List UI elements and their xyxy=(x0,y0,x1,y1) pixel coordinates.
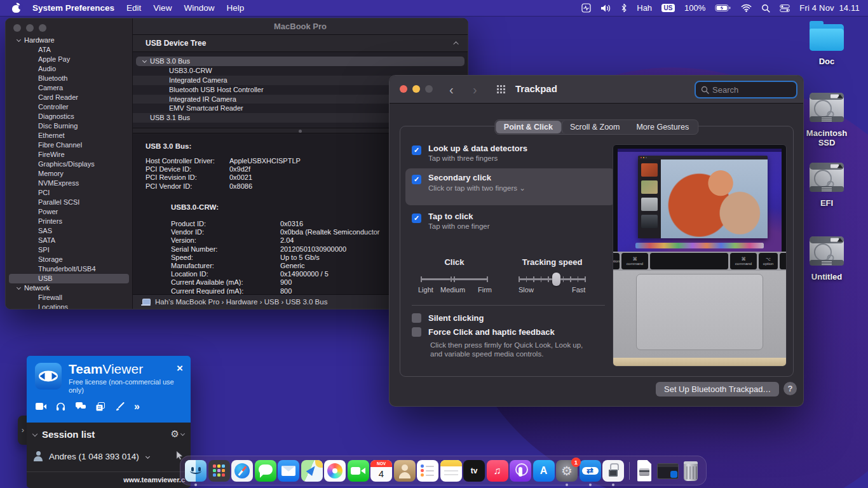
sidebar-item[interactable]: SATA xyxy=(6,236,132,245)
back-button[interactable]: ‹ xyxy=(449,83,454,97)
collapse-icon[interactable] xyxy=(453,41,458,46)
sidebar-item[interactable]: NVMExpress xyxy=(6,179,132,188)
gesture-option[interactable]: Look up & data detectors Tap with three … xyxy=(405,139,615,166)
close-button[interactable] xyxy=(400,85,407,93)
session-list-header[interactable]: Session list ⚙ xyxy=(27,423,191,445)
click-slider[interactable] xyxy=(421,278,488,280)
tab[interactable]: Point & Click xyxy=(496,121,561,133)
desktop-icon-macintosh-ssd[interactable]: Macintosh SSD xyxy=(797,91,857,148)
session-settings-gear[interactable]: ⚙ xyxy=(171,428,184,440)
sidebar-item[interactable]: USB xyxy=(9,274,129,283)
teamviewer-url[interactable]: www.teamviewer.c xyxy=(27,471,191,488)
search-field[interactable] xyxy=(695,81,797,98)
minimize-button[interactable] xyxy=(26,24,34,32)
headset-icon[interactable] xyxy=(55,402,66,411)
dock-item-music[interactable]: ♫ xyxy=(487,460,508,482)
desktop-icon-untitled[interactable]: Untitled xyxy=(797,234,857,282)
dock-item-maps[interactable] xyxy=(301,460,323,482)
sidebar-item[interactable]: Apple Pay xyxy=(6,55,132,64)
sidebar-item[interactable]: Ethernet xyxy=(6,131,132,140)
show-all-icon[interactable] xyxy=(496,85,506,95)
dock-item-system-information[interactable] xyxy=(602,460,624,482)
sidebar-item[interactable]: SPI xyxy=(6,245,132,255)
menubar-clock[interactable]: Fri 4 Nov 14.11 xyxy=(799,3,860,13)
dock-item-photos[interactable] xyxy=(324,460,346,482)
sidebar-item[interactable]: Bluetooth xyxy=(6,74,132,83)
desktop-icon-efi[interactable]: EFI xyxy=(797,161,857,208)
dock-item-notes[interactable] xyxy=(440,460,462,482)
section-header[interactable]: USB Device Tree xyxy=(133,35,468,52)
dock-item-launchpad[interactable] xyxy=(208,460,230,482)
control-center-icon[interactable] xyxy=(780,4,790,12)
trackpad-demo-video[interactable]: option ⌘command ⌘command ⌥option xyxy=(613,144,787,367)
tracking-slider-thumb[interactable] xyxy=(552,273,560,286)
sidebar-item[interactable]: Camera xyxy=(6,83,132,93)
sidebar-item[interactable]: FireWire xyxy=(6,150,132,159)
dock-item-facetime[interactable] xyxy=(348,460,369,482)
zoom-button[interactable] xyxy=(39,24,46,32)
setup-bluetooth-trackpad-button[interactable]: Set Up Bluetooth Trackpad… xyxy=(656,382,779,396)
dock-item-disk-image[interactable] xyxy=(634,460,655,482)
sidebar-item[interactable]: Card Reader xyxy=(6,93,132,102)
menu-item[interactable]: Window xyxy=(184,3,214,13)
sidebar-item[interactable]: Printers xyxy=(6,217,132,226)
whiteboard-brush-icon[interactable] xyxy=(114,402,125,411)
minimize-button[interactable] xyxy=(412,85,420,93)
sidebar-item[interactable]: ATA xyxy=(6,45,132,55)
sidebar-item[interactable]: Graphics/Displays xyxy=(6,159,132,169)
tracking-speed-slider[interactable] xyxy=(519,278,586,280)
chat-icon[interactable] xyxy=(75,402,86,411)
checkbox[interactable] xyxy=(412,146,421,155)
tree-row[interactable]: USB 3.0 Bus xyxy=(136,57,465,66)
gesture-option[interactable]: Secondary click Click or tap with two fi… xyxy=(405,168,615,205)
sidebar-item[interactable]: Power xyxy=(6,207,132,217)
dock-item-teamviewer[interactable]: ⇄ xyxy=(580,460,601,482)
dock-item-contacts[interactable] xyxy=(394,460,416,482)
spotlight-search-icon[interactable] xyxy=(761,4,770,13)
help-button[interactable]: ? xyxy=(783,382,797,395)
option-sublabel[interactable]: Tap with three fingers xyxy=(428,154,527,162)
more-actions-icon[interactable]: » xyxy=(134,402,140,411)
sidebar-item[interactable]: Parallel SCSI xyxy=(6,198,132,207)
teamviewer-status-icon[interactable] xyxy=(581,3,591,13)
dock-item-appstore[interactable]: A xyxy=(533,460,555,482)
input-source-badge[interactable]: US xyxy=(661,4,675,12)
sidebar-item[interactable]: Fibre Channel xyxy=(6,140,132,150)
dock-item-minimized-window[interactable] xyxy=(657,460,679,482)
search-input[interactable] xyxy=(712,85,782,95)
force-click-option[interactable]: Force Click and haptic feedback xyxy=(412,327,555,337)
sidebar-item[interactable]: Storage xyxy=(6,255,132,264)
file-transfer-icon[interactable] xyxy=(95,402,105,411)
video-call-icon[interactable] xyxy=(36,402,46,411)
sidebar-item[interactable]: Network xyxy=(6,283,132,293)
tab[interactable]: More Gestures xyxy=(628,121,697,133)
sidebar-item[interactable]: Hardware xyxy=(6,36,132,45)
dock-item-reminders[interactable] xyxy=(417,460,438,482)
dock-item-podcasts[interactable] xyxy=(510,460,531,482)
click-slider-thumb[interactable] xyxy=(451,276,452,282)
dock-item-tv[interactable]: tv xyxy=(463,460,485,482)
tree-row[interactable]: USB3.0-CRW xyxy=(133,66,468,76)
wifi-icon[interactable] xyxy=(741,4,752,12)
sidebar-item[interactable]: Diagnostics xyxy=(6,112,132,121)
sidebar-item[interactable]: Controller xyxy=(6,102,132,112)
sidebar-item[interactable]: Memory xyxy=(6,169,132,179)
silent-clicking-option[interactable]: Silent clicking xyxy=(412,313,484,323)
volume-icon[interactable] xyxy=(600,4,611,13)
sidebar-item[interactable]: Locations xyxy=(6,302,132,309)
option-sublabel[interactable]: Tap with one finger xyxy=(428,222,490,230)
close-button[interactable] xyxy=(13,24,21,32)
dock-item-safari[interactable] xyxy=(231,460,253,482)
dock-item-mail[interactable] xyxy=(278,460,299,482)
dock-separator[interactable] xyxy=(626,460,632,482)
battery-charging-icon[interactable] xyxy=(715,4,731,12)
dock-item-calendar[interactable]: NOV 4 xyxy=(370,460,392,482)
checkbox[interactable] xyxy=(412,175,421,184)
desktop-icon-doc[interactable]: Doc xyxy=(797,19,857,67)
tab[interactable]: Scroll & Zoom xyxy=(561,121,628,133)
close-icon[interactable]: × xyxy=(177,362,183,375)
option-sublabel[interactable]: Click or tap with two fingers ⌄ xyxy=(428,184,526,193)
dock-item-system-preferences[interactable]: ⚙ 1 xyxy=(556,460,578,482)
sidebar-item[interactable]: Firewall xyxy=(6,293,132,302)
checkbox[interactable] xyxy=(412,313,421,323)
